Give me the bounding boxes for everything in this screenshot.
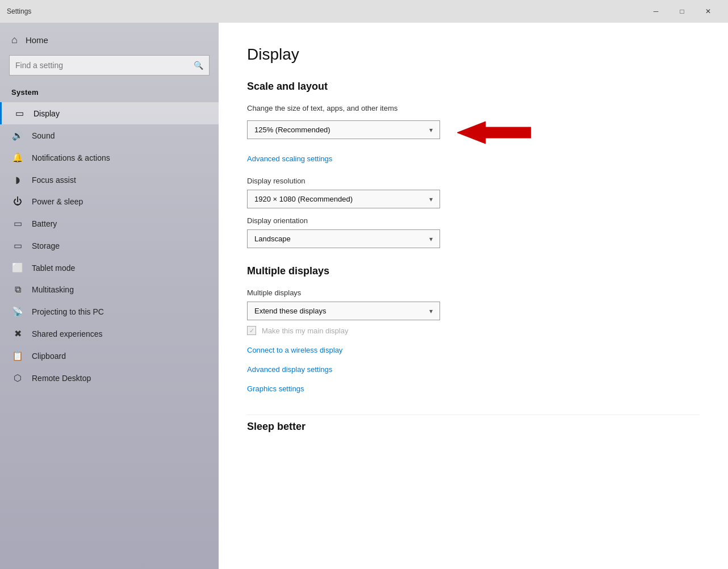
arrow-annotation: [451, 117, 531, 148]
focus-icon: ◗: [11, 174, 24, 185]
tablet-icon: ⬜: [11, 262, 24, 273]
sidebar-item-sound[interactable]: 🔊 Sound: [0, 124, 219, 147]
app-body: ⌂ Home 🔍 System ▭ Display 🔊 Sound 🔔 Noti…: [0, 23, 728, 569]
page-title: Display: [247, 45, 700, 64]
sidebar-power-label: Power & sleep: [32, 197, 83, 206]
scale-change-label: Change the size of text, apps, and other…: [247, 104, 700, 112]
sidebar-item-clipboard[interactable]: 📋 Clipboard: [0, 345, 219, 367]
sidebar-item-multitasking[interactable]: ⧉ Multitasking: [0, 279, 219, 300]
multiple-displays-section: Multiple displays Multiple displays Exte…: [247, 265, 700, 403]
orientation-dropdown-arrow: ▾: [429, 235, 433, 243]
scale-dropdown-row: 125% (Recommended) ▾: [247, 117, 700, 148]
window-controls: ─ □ ✕: [643, 2, 721, 20]
title-bar: Settings ─ □ ✕: [0, 0, 728, 23]
sidebar-multitasking-label: Multitasking: [32, 285, 74, 294]
sidebar-item-tablet[interactable]: ⬜ Tablet mode: [0, 257, 219, 279]
sidebar-home-item[interactable]: ⌂ Home: [0, 23, 219, 55]
sidebar-item-remote[interactable]: ⬡ Remote Desktop: [0, 367, 219, 389]
multiple-displays-dropdown-arrow: ▾: [429, 307, 433, 315]
search-icon: 🔍: [194, 61, 203, 70]
sidebar-item-projecting[interactable]: 📡 Projecting to this PC: [0, 300, 219, 323]
search-input[interactable]: [15, 61, 194, 70]
scale-section-heading: Scale and layout: [247, 81, 700, 93]
sidebar-item-battery[interactable]: ▭ Battery: [0, 212, 219, 235]
svg-marker-0: [457, 122, 531, 144]
sidebar-battery-label: Battery: [32, 219, 57, 228]
shared-icon: ✖: [11, 328, 24, 339]
home-icon: ⌂: [11, 34, 18, 46]
content-area: Display Scale and layout Change the size…: [219, 23, 728, 569]
scale-dropdown-arrow: ▾: [429, 126, 433, 134]
sidebar-shared-label: Shared experiences: [32, 329, 103, 338]
sound-icon: 🔊: [11, 130, 24, 141]
sleep-better-heading: Sleep better: [247, 415, 700, 433]
sidebar-notifications-label: Notifications & actions: [32, 153, 110, 162]
notifications-icon: 🔔: [11, 152, 24, 163]
search-box[interactable]: 🔍: [9, 55, 210, 76]
minimize-button[interactable]: ─: [643, 2, 669, 20]
power-icon: ⏻: [11, 196, 24, 207]
resolution-dropdown[interactable]: 1920 × 1080 (Recommended) ▾: [247, 190, 440, 208]
sidebar-sound-label: Sound: [32, 131, 55, 140]
red-arrow-svg: [451, 117, 531, 148]
orientation-label: Display orientation: [247, 216, 700, 225]
clipboard-icon: 📋: [11, 350, 24, 361]
maximize-button[interactable]: □: [669, 2, 695, 20]
advanced-display-link[interactable]: Advanced display settings: [247, 365, 332, 374]
advanced-display-link-container: Advanced display settings: [247, 365, 700, 384]
storage-icon: ▭: [11, 240, 24, 251]
sidebar: ⌂ Home 🔍 System ▭ Display 🔊 Sound 🔔 Noti…: [0, 23, 219, 569]
main-display-checkbox: ✓: [247, 326, 256, 335]
graphics-link-container: Graphics settings: [247, 384, 700, 403]
sidebar-item-power[interactable]: ⏻ Power & sleep: [0, 191, 219, 212]
sidebar-display-label: Display: [34, 109, 60, 118]
sidebar-storage-label: Storage: [32, 241, 60, 250]
resolution-dropdown-value: 1920 × 1080 (Recommended): [254, 195, 353, 203]
system-section-label: System: [0, 85, 219, 102]
sidebar-clipboard-label: Clipboard: [32, 352, 66, 361]
app-title: Settings: [7, 7, 31, 15]
main-display-checkbox-label: Make this my main display: [262, 327, 348, 335]
multiple-displays-label: Multiple displays: [247, 288, 700, 297]
multitasking-icon: ⧉: [11, 284, 24, 295]
sidebar-item-display[interactable]: ▭ Display: [0, 102, 219, 124]
sidebar-item-notifications[interactable]: 🔔 Notifications & actions: [0, 147, 219, 169]
orientation-dropdown[interactable]: Landscape ▾: [247, 229, 440, 248]
wireless-link-container: Connect to a wireless display: [247, 345, 700, 365]
sidebar-item-focus[interactable]: ◗ Focus assist: [0, 169, 219, 191]
display-icon: ▭: [13, 108, 26, 119]
orientation-dropdown-value: Landscape: [254, 235, 291, 243]
sidebar-focus-label: Focus assist: [32, 175, 76, 185]
projecting-icon: 📡: [11, 306, 24, 317]
resolution-label: Display resolution: [247, 177, 700, 185]
graphics-settings-link[interactable]: Graphics settings: [247, 384, 304, 393]
sidebar-remote-label: Remote Desktop: [32, 374, 91, 383]
sidebar-tablet-label: Tablet mode: [32, 263, 75, 273]
checkbox-check-icon: ✓: [249, 327, 254, 334]
scale-dropdown-value: 125% (Recommended): [254, 125, 330, 134]
sidebar-item-storage[interactable]: ▭ Storage: [0, 235, 219, 257]
multiple-displays-dropdown[interactable]: Extend these displays ▾: [247, 302, 440, 320]
battery-icon: ▭: [11, 218, 24, 229]
home-label: Home: [26, 35, 48, 45]
resolution-dropdown-arrow: ▾: [429, 195, 433, 203]
advanced-scaling-link[interactable]: Advanced scaling settings: [247, 154, 332, 163]
sidebar-item-shared[interactable]: ✖ Shared experiences: [0, 323, 219, 345]
remote-icon: ⬡: [11, 373, 24, 383]
multiple-displays-heading: Multiple displays: [247, 265, 700, 277]
scale-dropdown[interactable]: 125% (Recommended) ▾: [247, 120, 440, 139]
close-button[interactable]: ✕: [695, 2, 721, 20]
multiple-displays-dropdown-value: Extend these displays: [254, 307, 326, 315]
wireless-display-link[interactable]: Connect to a wireless display: [247, 346, 342, 354]
sidebar-projecting-label: Projecting to this PC: [32, 307, 104, 316]
main-display-checkbox-row: ✓ Make this my main display: [247, 326, 700, 335]
